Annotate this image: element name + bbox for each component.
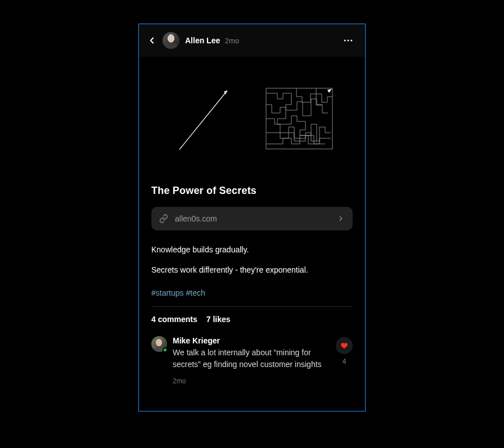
svg-marker-6 — [327, 89, 332, 93]
comment-avatar-wrap[interactable] — [151, 336, 167, 352]
likes-count[interactable]: 7 likes — [206, 315, 231, 324]
back-button[interactable] — [147, 35, 157, 46]
comment-timestamp: 2mo — [173, 376, 328, 386]
chevron-left-icon — [147, 35, 157, 46]
author-name: Allen Lee — [185, 36, 220, 45]
svg-rect-5 — [266, 88, 332, 149]
comments-count[interactable]: 4 comments — [151, 315, 197, 324]
presence-indicator — [163, 347, 168, 352]
author-avatar[interactable] — [163, 32, 179, 49]
heart-icon — [340, 342, 348, 350]
chevron-right-icon — [337, 215, 345, 223]
divider — [151, 306, 353, 307]
comment-author: Mike Krieger — [173, 336, 220, 345]
comment-row: Mike Krieger We talk a lot internally ab… — [151, 335, 353, 386]
post-paragraph-2: Secrets work differently - they're expon… — [151, 264, 353, 277]
post-timestamp: 2mo — [225, 37, 239, 45]
comment-text: We talk a lot internally about “mining f… — [173, 347, 328, 370]
svg-line-3 — [179, 90, 227, 150]
post-title: The Power of Secrets — [151, 185, 353, 197]
maze-illustration — [266, 88, 333, 150]
post-header: Allen Lee 2mo — [139, 24, 365, 57]
svg-point-0 — [344, 40, 346, 42]
more-options-button[interactable] — [340, 33, 356, 48]
line-arrow-illustration — [171, 82, 238, 155]
post-stats: 4 comments 7 likes — [151, 315, 353, 324]
post-paragraph-1: Knowledge builds gradually. — [151, 244, 353, 256]
svg-point-1 — [348, 40, 349, 42]
external-link-card[interactable]: allen0s.com — [151, 207, 353, 230]
link-icon — [159, 214, 168, 223]
more-horizontal-icon — [343, 35, 354, 46]
post-detail-frame: Allen Lee 2mo The Power — [138, 24, 366, 411]
svg-point-2 — [350, 40, 352, 42]
comment-like-count: 4 — [343, 358, 346, 365]
post-image — [139, 57, 365, 175]
link-url: allen0s.com — [175, 214, 330, 223]
comment-like-column: 4 — [336, 337, 353, 365]
author-block[interactable]: Allen Lee 2mo — [185, 35, 239, 46]
comment-body[interactable]: Mike Krieger We talk a lot internally ab… — [173, 335, 353, 386]
like-button[interactable] — [336, 337, 353, 354]
post-hashtags[interactable]: #startups #tech — [151, 288, 353, 306]
post-content: The Power of Secrets allen0s.com Knowled… — [139, 175, 365, 386]
